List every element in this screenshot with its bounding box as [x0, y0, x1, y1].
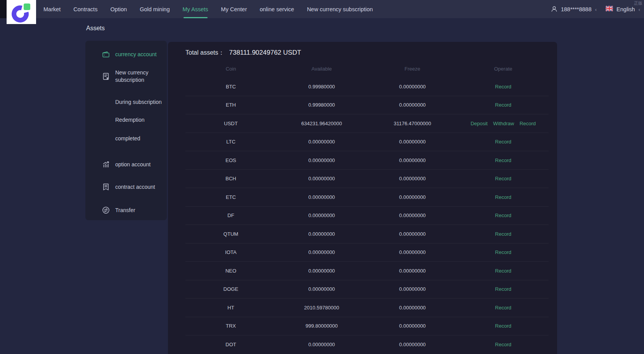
nav-item-contracts[interactable]: Contracts	[73, 0, 97, 18]
sidebar-item-currency-account[interactable]: currency account	[102, 50, 164, 59]
operate-cell: Record	[458, 212, 549, 218]
coin-cell: TRX	[185, 323, 276, 329]
total-assets-value: 738111.90249762 USDT	[229, 49, 301, 57]
freeze-cell: 0.00000000	[367, 212, 458, 218]
freeze-cell: 0.00000000	[367, 286, 458, 292]
available-cell: 0.99980000	[276, 102, 367, 108]
coin-cell: USDT	[185, 121, 276, 126]
table-row-neo: NEO0.000000000.00000000Record	[185, 262, 549, 280]
coin-cell: DOGE	[185, 286, 276, 292]
table-row-qtum: QTUM0.000000000.00000000Record	[185, 225, 549, 243]
available-cell: 0.00000000	[276, 176, 367, 181]
sidebar-item-during-subscription[interactable]: During subscription	[115, 99, 164, 105]
coin-cell: HT	[185, 305, 276, 311]
page-title: Assets	[86, 25, 105, 32]
available-cell: 0.00000000	[276, 268, 367, 274]
logo-icon	[7, 0, 36, 24]
sidebar-item-label: contract account	[115, 183, 155, 191]
coin-cell: IOTA	[185, 249, 276, 255]
table-row-df: DF0.000000000.00000000Record	[185, 207, 549, 225]
record-link[interactable]: Record	[495, 249, 511, 255]
sidebar-item-option-account[interactable]: option account	[102, 160, 164, 169]
freeze-cell: 0.00000000	[367, 102, 458, 108]
freeze-cell: 0.00000000	[367, 323, 458, 329]
operate-cell: DepositWithdrawRecord	[458, 121, 549, 126]
sidebar-item-redemption[interactable]: Redemption	[115, 117, 164, 123]
freeze-cell: 31176.47000000	[367, 121, 458, 126]
phone-chevron-icon[interactable]: ‹	[595, 7, 597, 12]
column-header-coin: Coin	[185, 66, 276, 72]
table-row-ht: HT2010.597800000.00000000Record	[185, 299, 549, 317]
record-link[interactable]: Record	[495, 102, 511, 108]
coin-cell: DF	[185, 212, 276, 218]
nav-item-my-center[interactable]: My Center	[221, 0, 247, 18]
record-link[interactable]: Record	[495, 157, 511, 163]
table-body: BTC0.999800000.00000000RecordETH0.999800…	[185, 78, 549, 354]
sidebar-item-label: option account	[115, 161, 151, 168]
table-row-btc: BTC0.999800000.00000000Record	[185, 78, 549, 96]
language-chevron-icon[interactable]: ‹	[639, 7, 640, 12]
table-row-eth: ETH0.999800000.00000000Record	[185, 96, 549, 115]
operate-cell: Record	[458, 305, 549, 311]
transfer-icon	[102, 206, 110, 214]
nav-item-gold-mining[interactable]: Gold mining	[140, 0, 170, 18]
table-row-ltc: LTC0.000000000.00000000Record	[185, 133, 549, 152]
table-row-etc: ETC0.000000000.00000000Record	[185, 188, 549, 207]
nav-item-option[interactable]: Option	[110, 0, 127, 18]
record-link[interactable]: Record	[495, 176, 511, 181]
freeze-cell: 0.00000000	[367, 139, 458, 145]
sidebar-item-transfer[interactable]: Transfer	[102, 206, 164, 214]
table-row-bch: BCH0.000000000.00000000Record	[185, 170, 549, 188]
freeze-cell: 0.00000000	[367, 157, 458, 163]
coin-cell: QTUM	[185, 231, 276, 237]
coin-cell: LTC	[185, 139, 276, 145]
coin-cell: ETH	[185, 102, 276, 108]
record-link[interactable]: Record	[495, 305, 511, 311]
available-cell: 0.00000000	[276, 342, 367, 347]
table-header: CoinAvailableFreezeOperate	[185, 60, 549, 78]
column-header-available: Available	[276, 66, 367, 72]
column-header-operate: Operate	[458, 66, 549, 72]
available-cell: 2010.59780000	[276, 305, 367, 311]
record-link[interactable]: Record	[495, 194, 511, 200]
operate-cell: Record	[458, 102, 549, 108]
column-header-freeze: Freeze	[367, 66, 458, 72]
sidebar: currency account New currency subscripti…	[85, 41, 167, 220]
freeze-cell: 0.00000000	[367, 194, 458, 200]
account-phone[interactable]: 188****8888	[561, 6, 592, 12]
top-nav: MarketContractsOptionGold miningMy Asset…	[0, 0, 644, 18]
withdraw-link[interactable]: Withdraw	[493, 121, 514, 126]
sidebar-item-completed[interactable]: completed	[115, 135, 164, 142]
coin-cell: BTC	[185, 84, 276, 90]
sidebar-item-new-currency-subscription[interactable]: New currency subscription	[102, 69, 164, 84]
available-cell: 0.00000000	[276, 139, 367, 145]
sidebar-item-label: currency account	[115, 51, 157, 58]
coin-cell: DOT	[185, 342, 276, 347]
deposit-link[interactable]: Deposit	[471, 121, 488, 126]
operate-cell: Record	[458, 342, 549, 347]
available-cell: 0.00000000	[276, 157, 367, 163]
nav-right-group: 188****8888 ‹ English ‹	[551, 0, 640, 18]
record-link[interactable]: Record	[495, 323, 511, 329]
record-link[interactable]: Record	[495, 268, 511, 274]
record-link[interactable]: Record	[495, 84, 511, 90]
record-link[interactable]: Record	[495, 139, 511, 145]
nav-item-new-currency-subscription[interactable]: New currency subscription	[307, 0, 373, 18]
record-link[interactable]: Record	[495, 212, 511, 218]
nav-item-my-assets[interactable]: My Assets	[183, 0, 208, 18]
record-link[interactable]: Record	[495, 231, 511, 237]
language-selector[interactable]: English	[616, 6, 635, 12]
operate-cell: Record	[458, 194, 549, 200]
nav-item-market[interactable]: Market	[43, 0, 61, 18]
record-link[interactable]: Record	[495, 286, 511, 292]
record-link[interactable]: Record	[519, 121, 536, 126]
operate-cell: Record	[458, 176, 549, 181]
sidebar-item-contract-account[interactable]: contract account	[102, 183, 164, 191]
operate-cell: Record	[458, 268, 549, 274]
record-link[interactable]: Record	[495, 342, 511, 347]
logo[interactable]	[7, 0, 36, 24]
nav-item-online-service[interactable]: online service	[260, 0, 294, 18]
table-row-dot: DOT0.000000000.00000000Record	[185, 335, 549, 354]
table-row-trx: TRX999.800000000.00000000Record	[185, 317, 549, 336]
available-cell: 999.80000000	[276, 323, 367, 329]
